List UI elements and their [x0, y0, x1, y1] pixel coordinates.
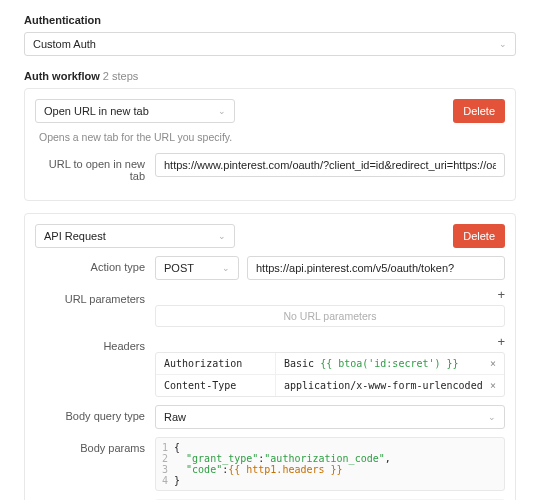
url-params-label: URL parameters: [35, 288, 155, 305]
workflow-steps-count: 2 steps: [103, 70, 138, 82]
remove-header-button[interactable]: ×: [482, 358, 504, 369]
header-key-input[interactable]: Content-Type: [156, 375, 276, 396]
header-row: Authorization Basic {{ btoa('id:secret')…: [156, 353, 504, 375]
chevron-down-icon: ⌄: [218, 106, 226, 116]
add-header-button[interactable]: +: [497, 335, 505, 348]
request-url-input[interactable]: [247, 256, 505, 280]
step1-url-label: URL to open in new tab: [35, 153, 155, 182]
header-value-input[interactable]: Basic {{ btoa('id:secret') }}: [276, 353, 482, 374]
headers-label: Headers: [35, 335, 155, 352]
body-type-label: Body query type: [35, 405, 155, 422]
header-key-input[interactable]: Authorization: [156, 353, 276, 374]
header-value-input[interactable]: application/x-www-form-urlencoded: [276, 375, 482, 396]
body-type-value: Raw: [164, 411, 186, 423]
headers-table: Authorization Basic {{ btoa('id:secret')…: [155, 352, 505, 397]
workflow-header: Auth workflow 2 steps: [24, 70, 516, 82]
step2-type-select[interactable]: API Request ⌄: [35, 224, 235, 248]
step2-type-value: API Request: [44, 230, 106, 242]
step1-type-select[interactable]: Open URL in new tab ⌄: [35, 99, 235, 123]
chevron-down-icon: ⌄: [488, 412, 496, 422]
add-url-param-button[interactable]: +: [497, 288, 505, 301]
action-type-select[interactable]: POST ⌄: [155, 256, 239, 280]
chevron-down-icon: ⌄: [499, 39, 507, 49]
url-params-empty: No URL parameters: [155, 305, 505, 327]
action-type-value: POST: [164, 262, 194, 274]
auth-type-select[interactable]: Custom Auth ⌄: [24, 32, 516, 56]
action-type-label: Action type: [35, 256, 155, 273]
body-params-label: Body params: [35, 437, 155, 454]
step1-hint: Opens a new tab for the URL you specify.: [35, 131, 505, 143]
remove-header-button[interactable]: ×: [482, 380, 504, 391]
authentication-title: Authentication: [24, 14, 516, 26]
step1-url-input[interactable]: [155, 153, 505, 177]
chevron-down-icon: ⌄: [218, 231, 226, 241]
body-params-editor[interactable]: 1{ 2 "grant_type":"authorization_code", …: [155, 437, 505, 491]
step1-delete-button[interactable]: Delete: [453, 99, 505, 123]
header-row: Content-Type application/x-www-form-urle…: [156, 375, 504, 396]
workflow-step-1: Open URL in new tab ⌄ Delete Opens a new…: [24, 88, 516, 201]
body-type-select[interactable]: Raw ⌄: [155, 405, 505, 429]
step1-type-value: Open URL in new tab: [44, 105, 149, 117]
auth-type-value: Custom Auth: [33, 38, 96, 50]
workflow-title: Auth workflow: [24, 70, 100, 82]
step2-delete-button[interactable]: Delete: [453, 224, 505, 248]
workflow-step-2: API Request ⌄ Delete Action type POST ⌄ …: [24, 213, 516, 500]
chevron-down-icon: ⌄: [222, 263, 230, 273]
